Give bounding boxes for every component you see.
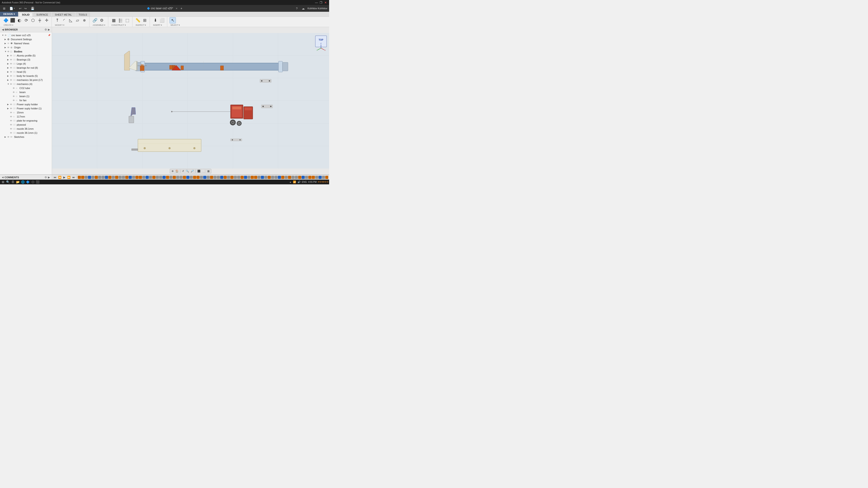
timeline-marker[interactable] xyxy=(98,176,101,179)
tree-item-root[interactable]: ▼ 👁 📄 cnc laser co2 v25 📌 xyxy=(0,33,52,37)
timeline-marker[interactable] xyxy=(234,176,237,179)
timeline-marker[interactable] xyxy=(159,176,162,179)
timeline-marker[interactable] xyxy=(237,176,240,179)
timeline-marker[interactable] xyxy=(217,176,220,179)
select-dropdown[interactable]: SELECT ▾ xyxy=(169,24,181,27)
timeline-marker[interactable] xyxy=(190,176,193,179)
close-file-tab-button[interactable]: ✕ xyxy=(175,7,179,10)
rib-button[interactable]: ╪ xyxy=(37,17,43,24)
tree-item-plate-engraving[interactable]: 👁 □□ plate for engraving xyxy=(0,119,52,123)
sweep-button[interactable]: ⟳ xyxy=(23,17,29,24)
fillet-button[interactable]: ◜ xyxy=(61,17,67,24)
revolve-button[interactable]: ◐ xyxy=(16,17,23,24)
tab-tools[interactable]: TOOLS xyxy=(76,13,90,17)
search-taskbar-button[interactable]: 🔍 xyxy=(6,180,10,184)
timeline-marker[interactable] xyxy=(241,176,244,179)
tree-item-head[interactable]: ▶ 👁 □□ head (5) xyxy=(0,70,52,74)
tree-item-bearings-rod[interactable]: ▶ 👁 □□ bearings for rod (8) xyxy=(0,66,52,70)
timeline-marker[interactable] xyxy=(213,176,217,179)
timeline-marker[interactable] xyxy=(101,176,105,179)
autocad-button[interactable]: ⬡ xyxy=(31,180,35,184)
timeline-marker[interactable] xyxy=(173,176,176,179)
timeline-marker[interactable] xyxy=(81,176,84,179)
tree-item-origin[interactable]: ▶ 👁 ⊕ Origin xyxy=(0,45,52,50)
create-dropdown[interactable]: CREATE ▾ xyxy=(3,24,14,27)
timeline-marker[interactable] xyxy=(139,176,142,179)
browser-settings-button[interactable]: ⚙ xyxy=(44,28,47,31)
timeline-marker[interactable] xyxy=(122,176,125,179)
tree-item-power-suply[interactable]: ▶ 👁 □□ Power suply holder xyxy=(0,102,52,106)
tree-item-nozzle[interactable]: 👁 □□ nozzle 38.1mm xyxy=(0,127,52,131)
timeline-marker[interactable] xyxy=(162,176,166,179)
timeline-marker[interactable] xyxy=(200,176,203,179)
timeline-marker[interactable] xyxy=(308,176,311,179)
timeline-marker[interactable] xyxy=(129,176,132,179)
timeline-marker[interactable] xyxy=(196,176,199,179)
comments-expand-button[interactable]: ▶ xyxy=(48,176,50,179)
joint-button[interactable]: ⚙ xyxy=(98,17,105,24)
measure-button[interactable]: 📏 xyxy=(135,17,141,24)
tree-item-15mm[interactable]: 👁 ○ 15mm xyxy=(0,110,52,115)
interference-button[interactable]: ⊞ xyxy=(142,17,148,24)
tree-item-legs[interactable]: ▶ 👁 □□ Legs (4) xyxy=(0,62,52,66)
timeline-marker[interactable] xyxy=(278,176,281,179)
tree-item-named-views[interactable]: ▶ 👁 👁 Named Views xyxy=(0,41,52,45)
timeline-marker[interactable] xyxy=(78,176,81,179)
timeline-marker[interactable] xyxy=(108,176,112,179)
timeline-marker[interactable] xyxy=(132,176,135,179)
timeline-marker[interactable] xyxy=(251,176,254,179)
timeline-marker[interactable] xyxy=(291,176,294,179)
timeline-marker[interactable] xyxy=(295,176,298,179)
insert-dropdown[interactable]: INSERT ▾ xyxy=(152,24,163,27)
combine-button[interactable]: ⊕ xyxy=(81,17,88,24)
display-settings-button[interactable]: ⬛ xyxy=(197,169,201,173)
title-bar-controls[interactable]: — ❐ ✕ xyxy=(315,1,327,4)
minimize-button[interactable]: — xyxy=(315,1,318,4)
assemble-button[interactable]: 🔗 xyxy=(92,17,98,24)
timeline-marker[interactable] xyxy=(257,176,260,179)
viewport[interactable]: TOP X Y Z ⊕ 🏠 ↺ 🔍 🔎 ⬛ ⬜ ▦ xyxy=(52,27,329,174)
redo-button[interactable]: ↪ xyxy=(23,6,28,11)
offset-plane-button[interactable]: ▦ xyxy=(111,17,117,24)
zoom-button[interactable]: 🔍 xyxy=(185,169,190,173)
timeline-marker[interactable] xyxy=(247,176,250,179)
tree-item-plywood[interactable]: 👁 □□ plywood xyxy=(0,123,52,127)
tangent-plane-button[interactable]: ⬚ xyxy=(124,17,130,24)
browser-collapse-button[interactable]: ◀ xyxy=(2,28,4,31)
file-explorer-button[interactable]: 📂 xyxy=(16,180,20,184)
tree-item-mechanics[interactable]: ▼ 👁 □□ mechanics (4) xyxy=(0,82,52,86)
tree-item-117mm[interactable]: 👁 ○ 117mm xyxy=(0,115,52,119)
tree-item-sketches[interactable]: ▶ 👁 ✏ Sketches xyxy=(0,135,52,139)
zoom-fit-button[interactable]: 🔎 xyxy=(190,169,195,173)
tree-item-beam1[interactable]: 👁 ○ beam (1) xyxy=(0,94,52,98)
tree-item-doc-settings[interactable]: ▶ ⚙ Document Settings xyxy=(0,37,52,41)
timeline-marker[interactable] xyxy=(146,176,149,179)
timeline-marker[interactable] xyxy=(305,176,308,179)
timeline-marker[interactable] xyxy=(115,176,118,179)
timeline-marker[interactable] xyxy=(186,176,189,179)
comments-collapse-button[interactable]: ◀ xyxy=(2,176,4,178)
timeline-marker[interactable] xyxy=(230,176,234,179)
tree-item-mech3d[interactable]: ▶ 👁 □□ mechanics 3d print (17) xyxy=(0,78,52,82)
timeline-marker[interactable] xyxy=(156,176,159,179)
undo-button[interactable]: ↩ xyxy=(18,6,23,11)
start-button[interactable]: ⊞ xyxy=(1,180,5,184)
timeline-marker[interactable] xyxy=(302,176,305,179)
timeline-play-button[interactable]: ▶ xyxy=(63,176,66,179)
timeline-marker[interactable] xyxy=(288,176,291,179)
fusion360-taskbar-button[interactable]: 🔷 xyxy=(26,180,30,184)
construct-dropdown[interactable]: CONSTRUCT ▾ xyxy=(111,24,127,27)
timeline-marker[interactable] xyxy=(254,176,257,179)
timeline-marker[interactable] xyxy=(285,176,288,179)
shell-button[interactable]: ▱ xyxy=(74,17,81,24)
timeline-marker[interactable] xyxy=(135,176,138,179)
chrome-button[interactable]: 🌐 xyxy=(21,180,25,184)
task-view-button[interactable]: 🗓 xyxy=(11,180,15,184)
timeline-marker[interactable] xyxy=(91,176,94,179)
timeline-marker[interactable] xyxy=(119,176,122,179)
angle-plane-button[interactable]: ⬱ xyxy=(117,17,124,24)
assemble-dropdown[interactable]: ASSEMBLE ▾ xyxy=(92,24,106,27)
timeline-marker[interactable] xyxy=(261,176,264,179)
inspect-dropdown[interactable]: INSPECT ▾ xyxy=(135,24,147,27)
tree-item-co2tube[interactable]: 👁 ○ CO2 tube xyxy=(0,86,52,90)
